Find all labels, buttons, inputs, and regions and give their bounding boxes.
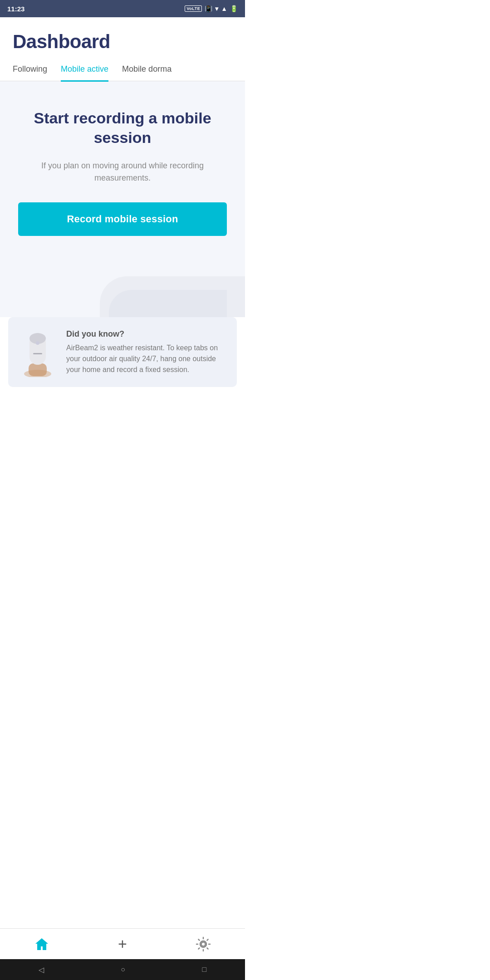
session-title: Start recording a mobile session [32,108,213,147]
page-title: Dashboard [13,31,232,53]
status-time: 11:23 [7,5,24,13]
svg-rect-4 [33,353,42,354]
wifi-icon: ▾ [215,5,218,12]
svg-point-5 [36,341,39,345]
did-you-know-body: AirBeam2 is weather resistant. To keep t… [66,343,228,375]
status-icons: VoLTE 📳 ▾ ▲ 🔋 [185,5,238,12]
header: Dashboard [0,17,245,57]
vibrate-icon: 📳 [205,5,212,12]
battery-icon: 🔋 [230,5,238,12]
device-image [17,327,58,377]
tab-following[interactable]: Following [13,64,47,82]
record-session-button[interactable]: Record mobile session [18,202,227,236]
svg-rect-1 [29,363,47,376]
tab-mobile-active[interactable]: Mobile active [61,64,108,82]
did-you-know-title: Did you know? [66,329,228,339]
wave-decoration [0,272,245,317]
main-content: Start recording a mobile session If you … [0,81,245,272]
volte-icon: VoLTE [185,5,202,12]
session-description: If you plan on moving around while recor… [36,160,209,184]
status-bar: 11:23 VoLTE 📳 ▾ ▲ 🔋 [0,0,245,17]
wave-shape-2 [109,290,227,317]
did-you-know-card: Did you know? AirBeam2 is weather resist… [8,317,237,387]
signal-icon: ▲ [221,5,227,12]
tab-mobile-dormant[interactable]: Mobile dorma [122,64,172,82]
tab-bar: Following Mobile active Mobile dorma [0,57,245,81]
did-you-know-text: Did you know? AirBeam2 is weather resist… [66,329,228,375]
